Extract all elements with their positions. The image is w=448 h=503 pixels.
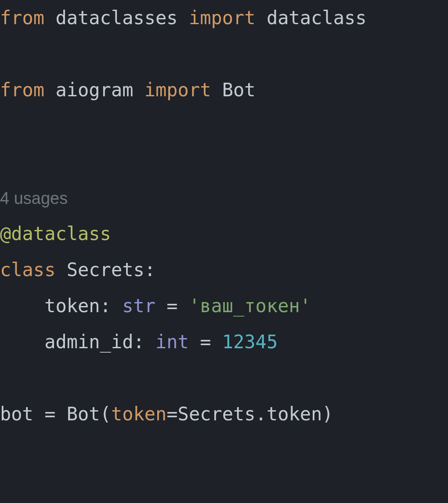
module-name: dataclasses bbox=[55, 7, 177, 29]
string-literal: 'ваш_токен' bbox=[189, 295, 311, 317]
argument-value: Secrets.token bbox=[178, 403, 322, 425]
module-name: aiogram bbox=[55, 79, 133, 101]
number-literal: 12345 bbox=[222, 331, 278, 353]
decorator: @dataclass bbox=[0, 223, 111, 244]
keyword-import: import bbox=[189, 7, 256, 29]
field-name: token bbox=[44, 295, 100, 317]
import-name: dataclass bbox=[267, 7, 367, 29]
code-line-3: from aiogram import Bot bbox=[0, 79, 256, 101]
code-line-field-token: token: str = 'ваш_токен' bbox=[0, 295, 311, 317]
keyword-import: import bbox=[145, 79, 211, 101]
usages-hint[interactable]: 4 usages bbox=[0, 189, 68, 208]
keyword-class: class bbox=[0, 259, 55, 281]
import-name: Bot bbox=[222, 79, 256, 101]
code-line-class: class Secrets: bbox=[0, 259, 155, 281]
variable-name: bot bbox=[0, 403, 33, 425]
code-editor[interactable]: from dataclasses import dataclass from a… bbox=[0, 0, 448, 432]
type-annotation: str bbox=[122, 295, 155, 317]
code-line-bot: bot = Bot(token=Secrets.token) bbox=[0, 403, 333, 425]
code-line-1: from dataclasses import dataclass bbox=[0, 7, 367, 29]
code-line-field-admin: admin_id: int = 12345 bbox=[0, 331, 278, 353]
keyword-from: from bbox=[0, 79, 44, 101]
field-name: admin_id bbox=[44, 331, 133, 353]
keyword-from: from bbox=[0, 7, 44, 29]
class-name: Secrets bbox=[67, 259, 145, 281]
call-name: Bot bbox=[67, 403, 100, 425]
colon: : bbox=[145, 259, 155, 281]
keyword-argument: token bbox=[111, 403, 166, 425]
type-annotation: int bbox=[155, 331, 189, 353]
